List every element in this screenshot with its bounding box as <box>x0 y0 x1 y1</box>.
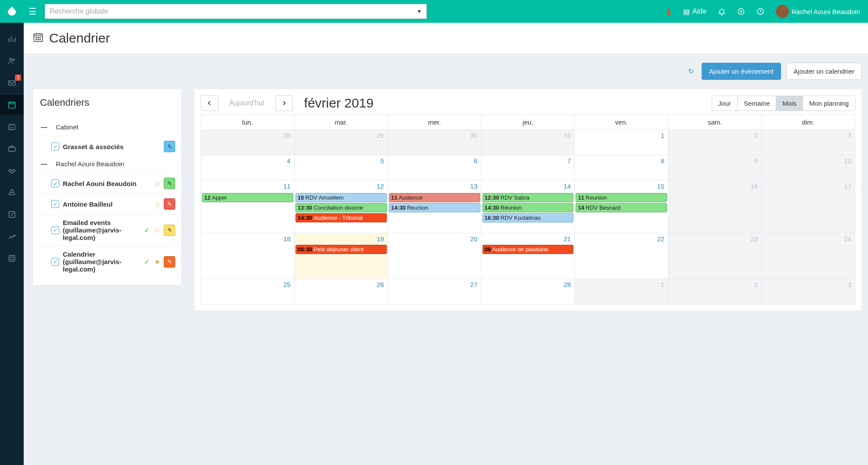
calendar-checkbox[interactable]: ✓ <box>51 200 59 208</box>
day-cell[interactable]: 4 <box>201 155 295 181</box>
day-number: 17 <box>844 182 851 190</box>
day-cell[interactable]: 1511Reunion14RDV Besnard <box>575 181 668 233</box>
day-cell[interactable]: 3 <box>762 130 855 155</box>
prev-month-button[interactable] <box>201 95 218 111</box>
day-cell[interactable]: 30 <box>388 130 481 155</box>
user-menu[interactable]: Rachel Aouni Beaudoin <box>776 5 860 18</box>
view-month[interactable]: Mois <box>776 96 803 111</box>
view-plan[interactable]: Mon planning <box>803 96 855 111</box>
today-button[interactable]: Aujourd'hui <box>223 95 271 111</box>
calendar-event[interactable]: 14:30Audience - Tribunal <box>295 213 387 222</box>
add-event-button[interactable]: Ajouter un évènement <box>702 63 781 80</box>
calendar-label: Rachel Aouni Beaudoin <box>63 180 150 187</box>
star-icon[interactable]: ★ <box>153 258 161 266</box>
star-icon[interactable]: ☆ <box>153 226 161 234</box>
add-icon[interactable] <box>737 7 745 15</box>
nav-calendar[interactable] <box>0 95 24 115</box>
edit-calendar-button[interactable]: ✎ <box>164 225 175 236</box>
nav-contacts[interactable] <box>0 51 24 71</box>
calendar-event[interactable]: 14:30Réunion <box>483 203 574 212</box>
edit-calendar-button[interactable]: ✎ <box>164 178 175 189</box>
book-icon: ▤ <box>683 7 690 16</box>
calendar-checkbox[interactable]: ✓ <box>51 258 59 266</box>
day-cell[interactable]: 31 <box>481 130 575 155</box>
bell-icon[interactable] <box>718 7 726 15</box>
nav-billing[interactable] <box>0 182 24 203</box>
calendar-event[interactable]: 11Reunion <box>576 193 667 202</box>
nav-handshake[interactable] <box>0 161 24 181</box>
collapse-icon[interactable]: — <box>41 160 47 168</box>
day-cell[interactable]: 9 <box>668 155 762 181</box>
star-icon[interactable]: ☆ <box>153 200 161 208</box>
day-cell[interactable]: 17 <box>762 181 855 233</box>
day-cell[interactable]: 1112Appel <box>201 181 295 233</box>
help-link[interactable]: ▤ Aide <box>683 7 706 16</box>
collapse-icon[interactable]: — <box>41 123 47 131</box>
nav-tasks[interactable] <box>0 117 24 137</box>
svg-point-10 <box>11 257 11 258</box>
day-cell[interactable]: 2109Audience de plaidoirie <box>481 233 575 279</box>
edit-calendar-button[interactable]: ✎ <box>164 141 175 152</box>
day-cell[interactable]: 2 <box>668 279 762 304</box>
view-day[interactable]: Jour <box>712 96 737 111</box>
edit-calendar-button[interactable]: ✎ <box>164 198 175 210</box>
day-cell[interactable]: 23 <box>668 233 762 279</box>
global-search-select[interactable]: Recherche globale ▼ <box>45 4 427 19</box>
day-cell[interactable]: 26 <box>294 279 388 304</box>
day-cell[interactable]: 27 <box>388 279 481 304</box>
day-cell[interactable]: 29 <box>294 130 388 155</box>
star-icon[interactable]: ☆ <box>153 179 161 188</box>
help-label: Aide <box>692 7 706 15</box>
day-number: 2 <box>754 132 758 139</box>
app-logo[interactable] <box>0 0 24 23</box>
next-month-button[interactable] <box>275 95 293 111</box>
day-cell[interactable]: 1311Audience14:30Reunion <box>388 181 481 233</box>
day-cell[interactable]: 20 <box>388 233 481 279</box>
calendar-checkbox[interactable]: ✓ <box>51 226 59 234</box>
day-cell[interactable]: 2 <box>668 130 762 155</box>
day-cell[interactable]: 1210RDV Amsellem13:30Conciliation divorc… <box>294 181 388 233</box>
calendar-event[interactable]: 11Audience <box>389 193 480 202</box>
calendar-event[interactable]: 08:30Petit déjeuner client <box>295 245 387 254</box>
day-cell[interactable]: 10 <box>762 155 855 181</box>
day-cell[interactable]: 7 <box>481 155 575 181</box>
calendar-event[interactable]: 14:30Reunion <box>389 203 480 212</box>
day-cell[interactable]: 5 <box>294 155 388 181</box>
day-cell[interactable]: 28 <box>481 279 575 304</box>
day-cell[interactable]: 8 <box>575 155 668 181</box>
calendar-event[interactable]: 12Appel <box>202 193 293 202</box>
day-cell[interactable]: 1412:30RDV Sabra14:30Réunion16:30RDV Kos… <box>481 181 575 233</box>
day-cell[interactable]: 1 <box>575 130 668 155</box>
calendar-checkbox[interactable]: ✓ <box>51 143 59 150</box>
day-cell[interactable]: 1908:30Petit déjeuner client <box>294 233 388 279</box>
add-calendar-button[interactable]: Ajouter un calendrier <box>786 63 862 80</box>
clock-icon[interactable] <box>756 7 764 15</box>
menu-toggle[interactable]: ☰ <box>24 6 41 17</box>
day-cell[interactable]: 6 <box>388 155 481 181</box>
notification-flag-icon[interactable]: ❚ <box>666 7 672 16</box>
calendar-event[interactable]: 14RDV Besnard <box>576 203 667 212</box>
calendar-event[interactable]: 09Audience de plaidoirie <box>483 245 574 254</box>
day-cell[interactable]: 18 <box>201 233 295 279</box>
day-cell[interactable]: 25 <box>201 279 295 304</box>
nav-edit[interactable] <box>0 204 24 225</box>
view-week[interactable]: Semaine <box>737 96 776 111</box>
day-cell[interactable]: 28 <box>201 130 295 155</box>
nav-dashboard[interactable] <box>0 29 24 49</box>
calendar-event[interactable]: 16:30RDV Kostatinas <box>483 213 574 222</box>
nav-mail[interactable]: 1 <box>0 73 24 93</box>
nav-grid[interactable] <box>0 248 24 268</box>
day-cell[interactable]: 16 <box>668 181 762 233</box>
refresh-icon[interactable]: ↻ <box>688 67 694 75</box>
calendar-checkbox[interactable]: ✓ <box>51 179 59 187</box>
nav-reports[interactable] <box>0 226 24 247</box>
day-cell[interactable]: 1 <box>575 279 668 304</box>
calendar-event[interactable]: 10RDV Amsellem <box>295 193 387 202</box>
day-cell[interactable]: 3 <box>762 279 855 304</box>
edit-calendar-button[interactable]: ✎ <box>164 256 175 268</box>
calendar-event[interactable]: 13:30Conciliation divorce <box>295 203 387 212</box>
calendar-event[interactable]: 12:30RDV Sabra <box>483 193 574 202</box>
day-cell[interactable]: 22 <box>575 233 668 279</box>
day-cell[interactable]: 24 <box>762 233 855 279</box>
nav-briefcase[interactable] <box>0 139 24 159</box>
